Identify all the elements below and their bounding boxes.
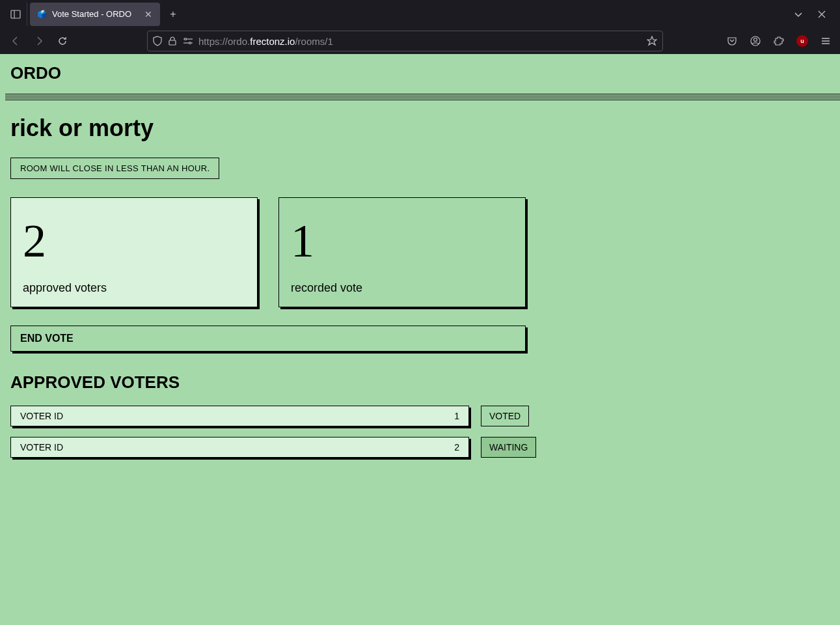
url-text: https://ordo.frectonz.io/rooms/1	[198, 36, 642, 47]
close-tab-icon[interactable]: ✕	[143, 9, 154, 20]
svg-point-10	[754, 38, 757, 42]
permissions-icon[interactable]	[183, 37, 193, 45]
svg-point-3	[185, 38, 187, 40]
back-button[interactable]	[5, 31, 26, 51]
voter-id-value: 2	[454, 442, 459, 452]
header-divider	[5, 94, 840, 102]
recorded-vote-count: 1	[291, 217, 513, 264]
menu-icon[interactable]	[817, 32, 835, 50]
bookmark-star-icon[interactable]	[647, 36, 657, 46]
url-bar[interactable]: https://ordo.frectonz.io/rooms/1	[147, 31, 663, 51]
approved-voters-heading: APPROVED VOTERS	[10, 372, 830, 393]
svg-rect-0	[11, 10, 20, 18]
shield-icon[interactable]	[153, 36, 162, 46]
voter-row: VOTER ID 1 VOTED	[10, 406, 830, 426]
recorded-vote-label: recorded vote	[291, 281, 513, 295]
app-logo[interactable]: ORDO	[10, 63, 830, 83]
voter-id-value: 1	[454, 411, 459, 421]
lock-icon[interactable]	[169, 36, 176, 46]
room-title: rick or morty	[10, 115, 830, 142]
voter-row: VOTER ID 2 WAITING	[10, 437, 830, 458]
ublock-icon[interactable]: u	[793, 32, 811, 50]
room-status-badge: ROOM WILL CLOSE IN LESS THAN AN HOUR.	[10, 158, 219, 179]
voter-id-box: VOTER ID 1	[10, 406, 469, 426]
pocket-icon[interactable]	[723, 32, 741, 50]
toolbar: https://ordo.frectonz.io/rooms/1 u	[0, 28, 840, 54]
window-close-icon[interactable]	[813, 5, 831, 23]
voter-id-label: VOTER ID	[20, 411, 63, 421]
approved-voters-label: approved voters	[23, 281, 245, 295]
tab-bar: 🗳️ Vote Started - ORDO ✕ +	[0, 0, 840, 28]
forward-button[interactable]	[29, 31, 49, 51]
reload-button[interactable]	[52, 31, 73, 51]
svg-point-6	[189, 42, 191, 44]
extensions-icon[interactable]	[770, 32, 788, 50]
new-tab-button[interactable]: +	[163, 4, 183, 25]
voter-id-box: VOTER ID 2	[10, 437, 469, 458]
tab-overflow-icon[interactable]	[789, 5, 807, 23]
approved-voters-count: 2	[23, 217, 245, 264]
voter-status-badge: WAITING	[481, 437, 536, 458]
tab-favicon-icon: 🗳️	[36, 9, 47, 20]
end-vote-button[interactable]: END VOTE	[10, 326, 526, 352]
recorded-vote-card: 1 recorded vote	[278, 197, 526, 307]
panel-toggle-icon[interactable]	[4, 3, 27, 26]
voter-status-badge: VOTED	[481, 406, 529, 426]
svg-rect-2	[169, 40, 176, 45]
tab-title: Vote Started - ORDO	[52, 9, 138, 19]
approved-voters-card: 2 approved voters	[10, 197, 258, 307]
voter-id-label: VOTER ID	[20, 442, 63, 452]
browser-tab[interactable]: 🗳️ Vote Started - ORDO ✕	[30, 3, 160, 26]
account-icon[interactable]	[746, 32, 765, 50]
